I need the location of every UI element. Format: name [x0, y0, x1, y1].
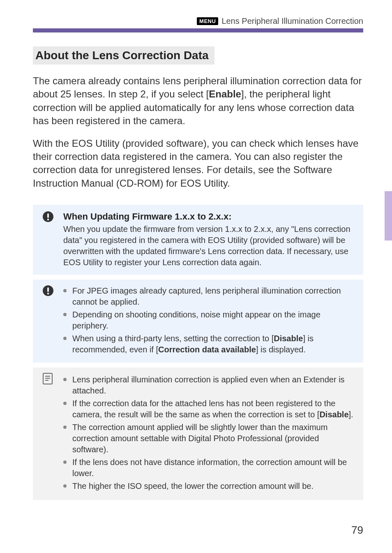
text-c: ].: [349, 410, 353, 419]
text-b1: Disable: [274, 334, 303, 343]
text-a: When using a third-party lens, setting t…: [72, 334, 274, 343]
caution-box-2: For JPEG images already captured, lens p…: [33, 280, 363, 363]
page-header: MENU Lens Peripheral Illumination Correc…: [33, 16, 363, 26]
list-item: If the correction data for the attached …: [63, 398, 354, 420]
text-b2: Correction data available: [158, 345, 256, 354]
menu-badge-icon: MENU: [197, 17, 218, 25]
text: The higher the ISO speed, the lower the …: [72, 481, 314, 491]
list-item: Depending on shooting conditions, noise …: [63, 309, 354, 331]
paragraph-2: With the EOS Utility (provided software)…: [33, 137, 363, 190]
text-d: ] is displayed.: [256, 345, 306, 354]
list-item: The correction amount applied will be sl…: [63, 422, 354, 455]
text-a: If the correction data for the attached …: [72, 399, 335, 419]
paragraph-1: The camera already contains lens periphe…: [33, 74, 363, 128]
caution-box-1: When Updating Firmware 1.x.x to 2.x.x: W…: [33, 205, 363, 275]
para1-bold: Enable: [209, 88, 241, 99]
text: The correction amount applied will be sl…: [72, 423, 327, 454]
svg-rect-1: [47, 213, 49, 218]
header-divider: [33, 28, 363, 32]
list-item: The higher the ISO speed, the lower the …: [63, 481, 354, 492]
caution2-list: For JPEG images already captured, lens p…: [63, 285, 354, 355]
list-item: For JPEG images already captured, lens p…: [63, 285, 354, 308]
svg-point-5: [47, 293, 49, 294]
note-icon: [42, 373, 53, 386]
section-tab: [385, 191, 392, 241]
notes-list: Lens peripheral illumination correction …: [63, 374, 354, 492]
caution-icon: [42, 211, 54, 224]
page: MENU Lens Peripheral Illumination Correc…: [0, 0, 392, 553]
page-number: 79: [351, 524, 363, 537]
list-item: Lens peripheral illumination correction …: [63, 374, 354, 396]
text: For JPEG images already captured, lens p…: [72, 286, 341, 306]
text: If the lens does not have distance infor…: [72, 458, 347, 478]
svg-point-2: [47, 219, 49, 220]
text: Lens peripheral illumination correction …: [72, 375, 345, 395]
svg-rect-4: [47, 287, 49, 292]
section-title-wrap: About the Lens Correction Data: [33, 46, 363, 65]
list-item: If the lens does not have distance infor…: [63, 457, 354, 479]
note-box: Lens peripheral illumination correction …: [33, 368, 363, 500]
text-b1: Disable: [319, 410, 348, 419]
text: Depending on shooting conditions, noise …: [72, 310, 321, 330]
section-title: About the Lens Correction Data: [33, 46, 214, 65]
caution1-heading: When Updating Firmware 1.x.x to 2.x.x:: [63, 211, 354, 222]
header-title: Lens Peripheral Illumination Correction: [221, 16, 363, 26]
caution-icon: [42, 285, 54, 298]
list-item: When using a third-party lens, setting t…: [63, 333, 354, 355]
caution1-body: When you update the firmware from versio…: [63, 224, 354, 268]
